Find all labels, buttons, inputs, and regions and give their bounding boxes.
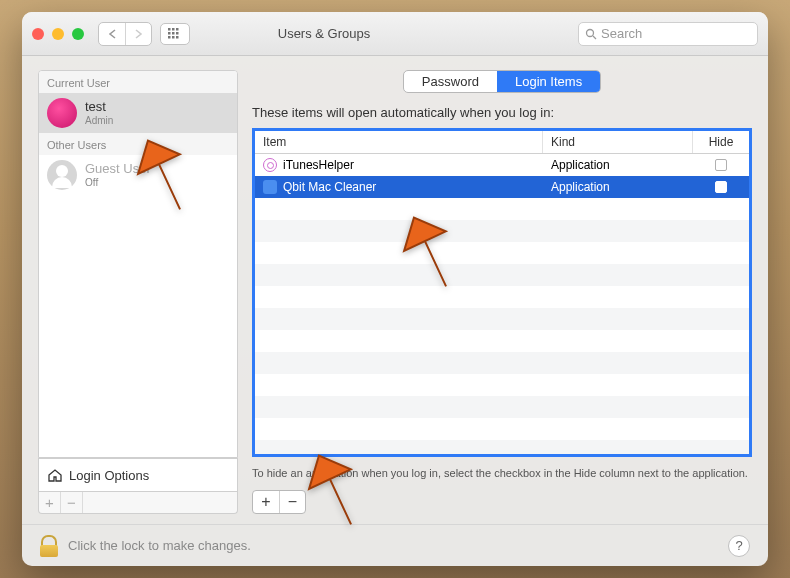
- table-row[interactable]: iTunesHelper Application: [255, 154, 749, 176]
- avatar: [47, 98, 77, 128]
- svg-point-11: [587, 29, 594, 36]
- home-icon: [47, 467, 63, 483]
- footer: Click the lock to make changes. ?: [22, 524, 768, 566]
- itunes-icon: [263, 158, 277, 172]
- login-items-table: Item Kind Hide iTunesHelper Application …: [252, 128, 752, 457]
- item-name: iTunesHelper: [283, 158, 354, 172]
- other-users-header: Other Users: [39, 133, 237, 155]
- add-item-button[interactable]: +: [253, 491, 279, 513]
- search-icon: [585, 28, 597, 40]
- sidebar: Current User test Admin Other Users Gues…: [38, 70, 238, 514]
- user-role: Admin: [85, 115, 113, 126]
- svg-line-12: [593, 36, 596, 39]
- item-kind: Application: [543, 180, 693, 194]
- login-items-intro: These items will open automatically when…: [252, 105, 752, 120]
- item-kind: Application: [543, 158, 693, 172]
- help-button[interactable]: ?: [728, 535, 750, 557]
- table-row[interactable]: Qbit Mac Cleaner Application: [255, 176, 749, 198]
- user-name: test: [85, 100, 113, 115]
- tab-password[interactable]: Password: [404, 71, 497, 92]
- item-name: Qbit Mac Cleaner: [283, 180, 376, 194]
- titlebar: Users & Groups Search: [22, 12, 768, 56]
- avatar: [47, 160, 77, 190]
- col-item[interactable]: Item: [255, 131, 543, 153]
- hide-checkbox[interactable]: [715, 181, 727, 193]
- close-button[interactable]: [32, 28, 44, 40]
- user-name: Guest User: [85, 162, 151, 177]
- user-role: Off: [85, 177, 151, 188]
- search-input[interactable]: Search: [578, 22, 758, 46]
- login-options-label: Login Options: [69, 468, 149, 483]
- hide-hint: To hide an application when you log in, …: [252, 466, 752, 481]
- user-list: Current User test Admin Other Users Gues…: [38, 70, 238, 458]
- sidebar-add-remove: + −: [38, 492, 238, 514]
- sidebar-user-current[interactable]: test Admin: [39, 93, 237, 133]
- lock-text: Click the lock to make changes.: [68, 538, 251, 553]
- login-items-add-remove: + −: [252, 490, 306, 514]
- search-placeholder: Search: [601, 26, 642, 41]
- tab-bar: Password Login Items: [252, 70, 752, 93]
- col-hide[interactable]: Hide: [693, 131, 749, 153]
- table-body: iTunesHelper Application Qbit Mac Cleane…: [255, 154, 749, 454]
- window-title: Users & Groups: [70, 26, 578, 41]
- sidebar-user-guest[interactable]: Guest User Off: [39, 155, 237, 195]
- col-kind[interactable]: Kind: [543, 131, 693, 153]
- app-icon: [263, 180, 277, 194]
- current-user-header: Current User: [39, 71, 237, 93]
- remove-item-button[interactable]: −: [279, 491, 305, 513]
- add-user-button[interactable]: +: [39, 492, 61, 513]
- remove-user-button[interactable]: −: [61, 492, 83, 513]
- lock-icon[interactable]: [40, 535, 58, 557]
- preferences-window: Users & Groups Search Current User test …: [22, 12, 768, 566]
- table-header: Item Kind Hide: [255, 131, 749, 154]
- minimize-button[interactable]: [52, 28, 64, 40]
- hide-checkbox[interactable]: [715, 159, 727, 171]
- main-panel: Password Login Items These items will op…: [252, 70, 752, 514]
- tab-login-items[interactable]: Login Items: [497, 71, 600, 92]
- login-options[interactable]: Login Options: [38, 458, 238, 492]
